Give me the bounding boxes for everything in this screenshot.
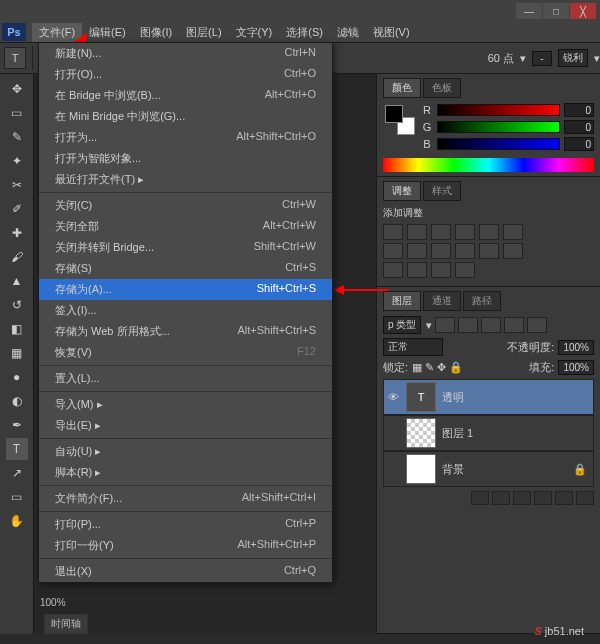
path-tool-icon[interactable]: ↗ bbox=[6, 462, 28, 484]
layer-item[interactable]: 图层 1 bbox=[383, 415, 594, 451]
pen-tool-icon[interactable]: ✒ bbox=[6, 414, 28, 436]
adj-icon[interactable] bbox=[431, 243, 451, 259]
menu-item[interactable]: 脚本(R) ▸ bbox=[39, 462, 332, 483]
tab-color[interactable]: 颜色 bbox=[383, 78, 421, 98]
tab-swatches[interactable]: 色板 bbox=[423, 78, 461, 98]
layer-item[interactable]: 背景 🔒 bbox=[383, 451, 594, 487]
tab-layers[interactable]: 图层 bbox=[383, 291, 421, 311]
tab-styles[interactable]: 样式 bbox=[423, 181, 461, 201]
eraser-tool-icon[interactable]: ◧ bbox=[6, 318, 28, 340]
menu-item[interactable]: 关闭(C)Ctrl+W bbox=[39, 195, 332, 216]
menu-item[interactable]: 文件简介(F)...Alt+Shift+Ctrl+I bbox=[39, 488, 332, 509]
wand-tool-icon[interactable]: ✦ bbox=[6, 150, 28, 172]
menu-item[interactable]: 打开为智能对象... bbox=[39, 148, 332, 169]
window-close[interactable]: ╳ bbox=[570, 3, 596, 19]
adj-icon[interactable] bbox=[383, 262, 403, 278]
adj-icon[interactable] bbox=[479, 243, 499, 259]
hand-tool-icon[interactable]: ✋ bbox=[6, 510, 28, 532]
tab-adjustments[interactable]: 调整 bbox=[383, 181, 421, 201]
menu-select[interactable]: 选择(S) bbox=[279, 23, 330, 42]
adj-icon[interactable] bbox=[407, 243, 427, 259]
menu-item[interactable]: 存储(S)Ctrl+S bbox=[39, 258, 332, 279]
menu-item[interactable]: 打印(P)...Ctrl+P bbox=[39, 514, 332, 535]
menu-item[interactable]: 置入(L)... bbox=[39, 368, 332, 389]
menu-item[interactable]: 自动(U) ▸ bbox=[39, 441, 332, 462]
filter-icon[interactable] bbox=[481, 317, 501, 333]
adj-icon[interactable] bbox=[407, 224, 427, 240]
type-tool-icon[interactable]: T bbox=[6, 438, 28, 460]
tool-preset-icon[interactable]: T bbox=[4, 47, 26, 69]
menu-item[interactable]: 存储为 Web 所用格式...Alt+Shift+Ctrl+S bbox=[39, 321, 332, 342]
adj-icon[interactable] bbox=[383, 224, 403, 240]
color-spectrum[interactable] bbox=[383, 158, 594, 172]
adj-icon[interactable] bbox=[503, 243, 523, 259]
trash-icon[interactable] bbox=[576, 491, 594, 505]
menu-layer[interactable]: 图层(L) bbox=[179, 23, 228, 42]
new-layer-icon[interactable] bbox=[555, 491, 573, 505]
tab-channels[interactable]: 通道 bbox=[423, 291, 461, 311]
shape-tool-icon[interactable]: ▭ bbox=[6, 486, 28, 508]
zoom-level[interactable]: 100% bbox=[40, 597, 66, 608]
menu-file[interactable]: 文件(F) bbox=[32, 23, 82, 42]
eyedropper-tool-icon[interactable]: ✐ bbox=[6, 198, 28, 220]
menu-item[interactable]: 打开(O)...Ctrl+O bbox=[39, 64, 332, 85]
menu-item[interactable]: 最近打开文件(T) ▸ bbox=[39, 169, 332, 190]
menu-item[interactable]: 存储为(A)...Shift+Ctrl+S bbox=[39, 279, 332, 300]
layer-filter-kind[interactable]: p 类型 bbox=[383, 316, 421, 334]
menu-edit[interactable]: 编辑(E) bbox=[82, 23, 133, 42]
slider-b[interactable] bbox=[437, 138, 560, 150]
slider-r[interactable] bbox=[437, 104, 560, 116]
value-b[interactable]: 0 bbox=[564, 137, 594, 151]
adj-layer-icon[interactable] bbox=[513, 491, 531, 505]
crop-tool-icon[interactable]: ✂ bbox=[6, 174, 28, 196]
window-minimize[interactable]: — bbox=[516, 3, 542, 19]
adj-icon[interactable] bbox=[407, 262, 427, 278]
lasso-tool-icon[interactable]: ✎ bbox=[6, 126, 28, 148]
adj-icon[interactable] bbox=[455, 243, 475, 259]
menu-item[interactable]: 导出(E) ▸ bbox=[39, 415, 332, 436]
filter-icon[interactable] bbox=[435, 317, 455, 333]
adj-icon[interactable] bbox=[455, 262, 475, 278]
slider-g[interactable] bbox=[437, 121, 560, 133]
filter-icon[interactable] bbox=[504, 317, 524, 333]
menu-item[interactable]: 打开为...Alt+Shift+Ctrl+O bbox=[39, 127, 332, 148]
menu-image[interactable]: 图像(I) bbox=[133, 23, 179, 42]
adj-icon[interactable] bbox=[431, 224, 451, 240]
tab-paths[interactable]: 路径 bbox=[463, 291, 501, 311]
menu-item[interactable]: 关闭并转到 Bridge...Shift+Ctrl+W bbox=[39, 237, 332, 258]
blend-mode[interactable]: 正常 bbox=[383, 338, 443, 356]
fx-icon[interactable] bbox=[471, 491, 489, 505]
window-maximize[interactable]: □ bbox=[543, 3, 569, 19]
aa-method[interactable]: 锐利 bbox=[558, 49, 588, 67]
dodge-tool-icon[interactable]: ◐ bbox=[6, 390, 28, 412]
font-size-field[interactable]: 60 点 bbox=[488, 51, 514, 66]
timeline-tab[interactable]: 时间轴 bbox=[44, 614, 88, 634]
menu-filter[interactable]: 滤镜 bbox=[330, 23, 366, 42]
adj-icon[interactable] bbox=[455, 224, 475, 240]
visibility-icon[interactable] bbox=[386, 462, 400, 476]
gradient-tool-icon[interactable]: ▦ bbox=[6, 342, 28, 364]
move-tool-icon[interactable]: ✥ bbox=[6, 78, 28, 100]
adj-icon[interactable] bbox=[431, 262, 451, 278]
mask-icon[interactable] bbox=[492, 491, 510, 505]
value-g[interactable]: 0 bbox=[564, 120, 594, 134]
adj-icon[interactable] bbox=[479, 224, 499, 240]
layer-item[interactable]: 👁 T 透明 bbox=[383, 379, 594, 415]
value-r[interactable]: 0 bbox=[564, 103, 594, 117]
menu-item[interactable]: 在 Bridge 中浏览(B)...Alt+Ctrl+O bbox=[39, 85, 332, 106]
adj-icon[interactable] bbox=[503, 224, 523, 240]
heal-tool-icon[interactable]: ✚ bbox=[6, 222, 28, 244]
brush-tool-icon[interactable]: 🖌 bbox=[6, 246, 28, 268]
marquee-tool-icon[interactable]: ▭ bbox=[6, 102, 28, 124]
filter-icon[interactable] bbox=[458, 317, 478, 333]
menu-type[interactable]: 文字(Y) bbox=[229, 23, 280, 42]
menu-item[interactable]: 退出(X)Ctrl+Q bbox=[39, 561, 332, 582]
opacity-value[interactable]: 100% bbox=[558, 340, 594, 355]
blur-tool-icon[interactable]: ● bbox=[6, 366, 28, 388]
aa-dropdown[interactable]: - bbox=[532, 51, 552, 66]
menu-item[interactable]: 新建(N)...Ctrl+N bbox=[39, 43, 332, 64]
menu-item[interactable]: 打印一份(Y)Alt+Shift+Ctrl+P bbox=[39, 535, 332, 556]
fg-bg-swatch[interactable] bbox=[385, 105, 415, 135]
filter-icon[interactable] bbox=[527, 317, 547, 333]
visibility-icon[interactable] bbox=[386, 426, 400, 440]
